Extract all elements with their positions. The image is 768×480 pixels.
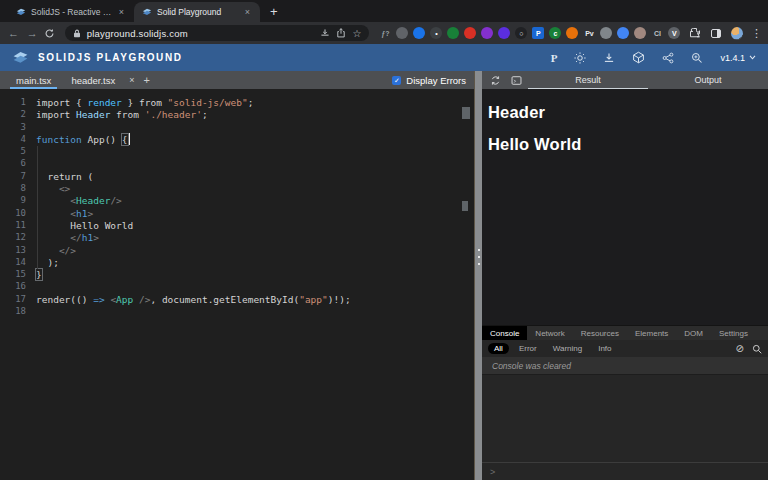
- refresh-preview-icon[interactable]: [490, 75, 501, 86]
- solid-favicon-icon: [142, 7, 152, 17]
- avatar[interactable]: [731, 27, 743, 40]
- tab-main-tsx[interactable]: main.tsx: [6, 71, 61, 89]
- console-filter-info[interactable]: Info: [592, 343, 617, 354]
- line-number: 13: [0, 245, 26, 257]
- panel-resize-handle[interactable]: [474, 71, 482, 480]
- download-icon[interactable]: [603, 52, 615, 64]
- console-tab-elements[interactable]: Elements: [627, 326, 676, 340]
- console-input[interactable]: >: [482, 462, 768, 480]
- browser-tab-playground[interactable]: Solid Playground ×: [134, 2, 260, 22]
- forward-icon[interactable]: →: [25, 27, 40, 39]
- console-tab-settings[interactable]: Settings: [711, 326, 756, 340]
- result-frame: Header Hello World: [482, 89, 768, 325]
- zoom-icon[interactable]: [691, 52, 703, 64]
- rendered-heading: Hello World: [488, 122, 768, 154]
- code-line: 14 );: [0, 257, 474, 269]
- code-line: 11 Hello World: [0, 220, 474, 232]
- code-line: 10 <h1>: [0, 208, 474, 220]
- line-number: 7: [0, 171, 26, 183]
- console-log-entry: Console was cleared: [482, 357, 768, 375]
- console-tabbar: ConsoleNetworkResourcesElementsDOMSettin…: [482, 326, 768, 340]
- share-page-icon[interactable]: [336, 28, 346, 38]
- extension-icon[interactable]: ○: [515, 27, 527, 39]
- code-editor[interactable]: 1import { render } from "solid-js/web";2…: [0, 89, 474, 480]
- devtools-icon[interactable]: [511, 75, 522, 86]
- extension-icon[interactable]: [600, 27, 612, 39]
- overview-ruler-mark: [462, 201, 468, 211]
- console-tab-console[interactable]: Console: [482, 326, 527, 340]
- fn-extension-icon[interactable]: ƒ?: [379, 27, 391, 39]
- close-file-icon[interactable]: ×: [125, 75, 138, 85]
- version-label: v1.4.1: [720, 53, 745, 63]
- share-icon[interactable]: [662, 52, 674, 64]
- extensions-puzzle-icon[interactable]: [689, 27, 701, 39]
- brand: SOLIDJS PLAYGROUND: [12, 50, 183, 65]
- extension-icon[interactable]: [464, 27, 476, 39]
- console-filter-warning[interactable]: Warning: [547, 343, 589, 354]
- install-app-icon[interactable]: [320, 28, 330, 38]
- block-clear-icon[interactable]: ⊘: [736, 343, 744, 354]
- close-icon[interactable]: ×: [117, 7, 126, 18]
- console-tab-resources[interactable]: Resources: [573, 326, 627, 340]
- display-errors-label: Display Errors: [406, 75, 466, 86]
- extension-icon[interactable]: V: [668, 27, 680, 39]
- console-filter-all[interactable]: All: [488, 343, 509, 354]
- extension-icon[interactable]: •: [430, 27, 442, 39]
- console-empty-area: [482, 375, 768, 462]
- extension-icon[interactable]: [447, 27, 459, 39]
- grip-dot: [478, 263, 480, 265]
- console-tab-dom[interactable]: DOM: [676, 326, 711, 340]
- line-number: 2: [0, 109, 26, 121]
- new-tab-button[interactable]: +: [270, 4, 278, 19]
- format-code-icon[interactable]: P: [551, 52, 558, 64]
- line-number: 1: [0, 97, 26, 109]
- tab-output[interactable]: Output: [648, 71, 768, 89]
- ci-extension-icon[interactable]: CI: [651, 27, 663, 39]
- address-bar[interactable]: playground.solidjs.com ☆: [65, 25, 370, 41]
- extension-icon[interactable]: [498, 27, 510, 39]
- checkbox-checked-icon[interactable]: ✓: [392, 76, 401, 85]
- console-filter-icons: ⊘: [736, 343, 762, 354]
- line-number: 3: [0, 122, 26, 134]
- reload-icon[interactable]: [44, 28, 59, 39]
- code-line: 8 <>: [0, 183, 474, 195]
- display-errors-toggle[interactable]: ✓ Display Errors: [392, 75, 474, 86]
- extension-icon[interactable]: [617, 27, 629, 39]
- theme-toggle-icon[interactable]: [574, 52, 586, 64]
- extension-icon[interactable]: P: [532, 27, 544, 39]
- search-icon[interactable]: [752, 344, 762, 354]
- brand-text: SOLIDJS PLAYGROUND: [38, 52, 183, 63]
- extension-icon[interactable]: [481, 27, 493, 39]
- url-text: playground.solidjs.com: [87, 28, 315, 39]
- console-log-text: Console was cleared: [492, 361, 571, 371]
- code-line: 4function App() {: [0, 134, 474, 146]
- editor-panel: main.tsx header.tsx × + ✓ Display Errors…: [0, 71, 474, 480]
- pv-extension-icon[interactable]: Pv: [583, 27, 595, 39]
- version-selector[interactable]: v1.4.1: [720, 53, 756, 63]
- add-file-icon[interactable]: +: [138, 74, 154, 86]
- console-tab-network[interactable]: Network: [527, 326, 572, 340]
- side-panel-icon[interactable]: [711, 29, 720, 38]
- extension-icon[interactable]: [396, 27, 408, 39]
- extension-icon[interactable]: [566, 27, 578, 39]
- solid-logo-icon: [12, 50, 29, 65]
- close-icon[interactable]: ×: [243, 7, 252, 18]
- console-prompt: >: [490, 467, 495, 477]
- console-filter-error[interactable]: Error: [513, 343, 543, 354]
- extension-icon[interactable]: [634, 27, 646, 39]
- browser-menu-icon[interactable]: ⋮: [751, 27, 762, 40]
- grip-dot: [478, 256, 480, 258]
- tab-result[interactable]: Result: [528, 71, 648, 89]
- extension-icon[interactable]: [413, 27, 425, 39]
- solid-favicon-icon: [16, 7, 26, 17]
- playground-header: SOLIDJS PLAYGROUND P v1.4.1: [0, 44, 768, 71]
- browser-tab-solidjs-site[interactable]: SolidJS - Reactive Javascript Li ×: [8, 2, 134, 22]
- line-number: 9: [0, 195, 26, 207]
- back-icon[interactable]: ←: [6, 27, 21, 39]
- indent-guide: [37, 146, 38, 269]
- export-sandbox-icon[interactable]: [632, 51, 645, 64]
- extension-icon[interactable]: c: [549, 27, 561, 39]
- line-number: 11: [0, 220, 26, 232]
- tab-header-tsx[interactable]: header.tsx: [61, 71, 125, 89]
- bookmark-star-icon[interactable]: ☆: [352, 28, 361, 39]
